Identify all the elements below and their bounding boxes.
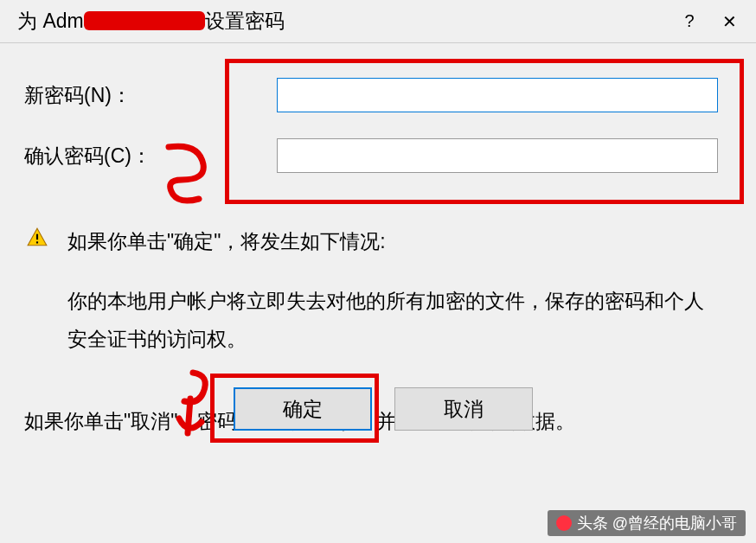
close-button[interactable]: ✕ — [709, 4, 749, 39]
warning-icon — [26, 227, 48, 249]
new-password-input[interactable] — [277, 78, 718, 112]
watermark-icon — [556, 515, 572, 531]
dialog-body: 新密码(N)： 确认密码(C)： 如果你单击"确定"，将发生如下情况: 你的本地… — [0, 43, 756, 455]
warning-detail: 你的本地用户帐户将立即失去对他的所有加密的文件，保存的密码和个人安全证书的访问权… — [17, 283, 739, 358]
svg-rect-0 — [36, 234, 38, 240]
dialog-title: 为 Adm设置密码 — [17, 8, 670, 35]
cancel-button[interactable]: 取消 — [394, 387, 533, 431]
new-password-row: 新密码(N)： — [17, 78, 739, 112]
title-prefix: 为 Adm — [17, 10, 84, 32]
help-button[interactable]: ? — [670, 4, 709, 39]
titlebar: 为 Adm设置密码 ? ✕ — [0, 0, 756, 43]
set-password-dialog: 为 Adm设置密码 ? ✕ 新密码(N)： 确认密码(C)： 如果你单击"确定"… — [0, 0, 756, 543]
confirm-password-row: 确认密码(C)： — [17, 138, 739, 173]
title-suffix: 设置密码 — [205, 10, 285, 32]
warning-headline: 如果你单击"确定"，将发生如下情况: — [67, 225, 386, 259]
ok-button[interactable]: 确定 — [234, 387, 372, 431]
watermark: 头条 @曾经的电脑小哥 — [548, 510, 746, 536]
redacted-username — [84, 11, 205, 30]
confirm-password-label: 确认密码(C)： — [17, 143, 277, 169]
new-password-label: 新密码(N)： — [17, 82, 277, 109]
confirm-password-input[interactable] — [277, 138, 718, 173]
svg-rect-1 — [36, 241, 38, 243]
watermark-text: 头条 @曾经的电脑小哥 — [577, 513, 737, 533]
warning-row: 如果你单击"确定"，将发生如下情况: — [17, 199, 739, 259]
button-row: 确定 取消 — [234, 387, 533, 431]
